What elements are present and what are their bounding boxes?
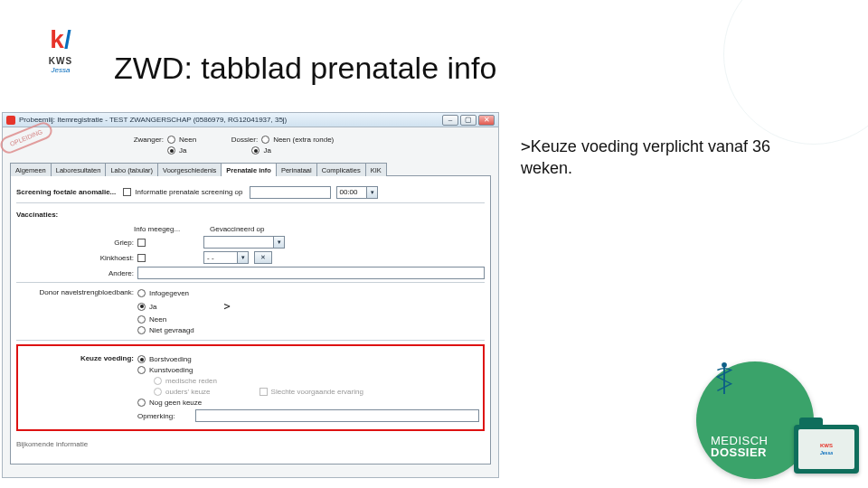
radio-voeding-borst[interactable] bbox=[137, 355, 146, 363]
option-zwanger-neen: Neen bbox=[179, 136, 196, 144]
label-dossier: Dossier: bbox=[212, 136, 258, 144]
label-donor: Donor navelstrengbloedbank: bbox=[16, 286, 134, 296]
tab-panel-prenatale: Screening foetale anomalie... Informatie… bbox=[10, 176, 491, 465]
option-voeding-choice: ouders' keuze bbox=[165, 388, 211, 396]
label-opmerking: Opmerking: bbox=[137, 412, 192, 420]
app-icon bbox=[6, 116, 15, 125]
label-bijkomende: Bijkomende informatie bbox=[16, 440, 88, 448]
label-screening-info: Informatie prenatale screening op bbox=[135, 188, 242, 196]
tab-complicaties[interactable]: Complicaties bbox=[316, 163, 366, 176]
radio-dossier-neen[interactable] bbox=[261, 136, 269, 144]
col-gevaccineerd-op: Gevaccineerd op bbox=[210, 225, 264, 233]
caduceus-icon bbox=[707, 361, 741, 396]
radio-dossier-ja[interactable] bbox=[251, 146, 259, 155]
tab-prenatale-info[interactable]: Prenatale info bbox=[221, 163, 277, 176]
option-voeding-borst: Borstvoeding bbox=[149, 355, 192, 363]
option-donor-ja: Ja bbox=[149, 303, 156, 311]
label-screening: Screening foetale anomalie... bbox=[16, 188, 116, 196]
option-donor-neen: Neen bbox=[149, 315, 166, 324]
tab-algemeen[interactable]: Algemeen bbox=[10, 163, 52, 176]
window-titlebar: Probeemlij: Itemregistratie - TEST ZWANG… bbox=[3, 113, 498, 127]
expand-icon[interactable]: > bbox=[223, 300, 230, 313]
radio-voeding-choice bbox=[154, 388, 162, 396]
button-kinkhoest-clear[interactable]: ✕ bbox=[254, 251, 272, 264]
col-info-meegeg: Info meegeg... bbox=[134, 225, 206, 233]
radio-donor-niet[interactable] bbox=[137, 326, 146, 334]
close-button[interactable]: ✕ bbox=[478, 115, 495, 126]
page-title: ZWD: tabblad prenatale info bbox=[114, 51, 496, 86]
minimize-button[interactable]: – bbox=[442, 115, 458, 126]
window-title: Probeemlij: Itemregistratie - TEST ZWANG… bbox=[19, 116, 439, 124]
radio-zwanger-ja[interactable] bbox=[167, 146, 175, 155]
input-andere[interactable] bbox=[137, 267, 485, 279]
app-window: Probeemlij: Itemregistratie - TEST ZWANG… bbox=[2, 112, 499, 478]
tab-labo-tabular[interactable]: Labo (tabular) bbox=[105, 163, 158, 176]
svg-point-1 bbox=[722, 362, 727, 368]
label-andere: Andere: bbox=[16, 269, 134, 277]
medisch-dossier-badge: MEDISCH DOSSIER KWS Jessa bbox=[696, 352, 859, 479]
combo-kinkhoest-date[interactable]: - -▾ bbox=[203, 251, 249, 264]
window-controls: – ▢ ✕ bbox=[442, 115, 495, 126]
clear-icon: ✕ bbox=[255, 252, 271, 263]
note-text: Keuze voeding verplicht vanaf 36 weken. bbox=[521, 137, 770, 177]
radio-donor-neen[interactable] bbox=[137, 315, 146, 324]
label-kinkhoest: Kinkhoest: bbox=[16, 254, 134, 262]
maximize-button[interactable]: ▢ bbox=[460, 115, 476, 126]
radio-zwanger-neen[interactable] bbox=[167, 136, 175, 144]
checkbox-kinkhoest-info[interactable] bbox=[137, 254, 146, 262]
label-slechte-ervaring: Slechte voorgaande ervaring bbox=[271, 388, 363, 396]
folder-mini-jessa: Jessa bbox=[820, 450, 833, 455]
logo-text: KWS bbox=[34, 56, 87, 66]
label-keuze-voeding: Keuze voeding: bbox=[22, 352, 134, 362]
badge-text: MEDISCH DOSSIER bbox=[711, 435, 768, 459]
option-donor-info: Infogegeven bbox=[149, 289, 189, 297]
folder-mini-kws: KWS bbox=[820, 443, 833, 448]
decorative-arc bbox=[723, 0, 868, 145]
label-zwanger: Zwanger: bbox=[109, 136, 164, 144]
tab-strip: Algemeen Laboresultaten Labo (tabular) V… bbox=[10, 162, 491, 176]
highlight-keuze-voeding: Keuze voeding: Borstvoeding Kunstvoeding… bbox=[16, 344, 485, 431]
tab-laboresultaten[interactable]: Laboresultaten bbox=[51, 163, 107, 176]
option-donor-niet: Niet gevraagd bbox=[149, 326, 194, 334]
tab-voorgeschiedenis[interactable]: Voorgeschiedenis bbox=[157, 163, 222, 176]
brand-logo: k/ KWS Jessa bbox=[34, 25, 87, 74]
logo-mark: k/ bbox=[34, 25, 87, 54]
option-voeding-med: medische reden bbox=[165, 377, 217, 385]
chevron-down-icon: ▾ bbox=[237, 252, 248, 263]
radio-donor-info[interactable] bbox=[137, 289, 146, 297]
checkbox-screening-info[interactable] bbox=[123, 188, 131, 196]
tab-perinataal[interactable]: Perinataal bbox=[276, 163, 317, 176]
tab-kik[interactable]: KIK bbox=[365, 163, 387, 176]
checkbox-griep-info[interactable] bbox=[137, 239, 146, 247]
form-area: Zwanger: Neen Dossier: Neen (extra ronde… bbox=[3, 127, 498, 465]
option-dossier-neen: Neen (extra ronde) bbox=[273, 136, 334, 144]
input-screening-date[interactable] bbox=[250, 186, 331, 199]
side-note: >Keuze voeding verplicht vanaf 36 weken. bbox=[521, 136, 819, 180]
radio-donor-ja[interactable] bbox=[137, 303, 146, 311]
option-voeding-noggeen: Nog geen keuze bbox=[149, 399, 202, 407]
option-zwanger-ja: Ja bbox=[179, 146, 186, 155]
chevron-down-icon: ▾ bbox=[273, 237, 284, 248]
option-voeding-kunst: Kunstvoeding bbox=[149, 366, 193, 374]
combo-griep-date[interactable]: ▾ bbox=[203, 236, 285, 249]
slide: k/ KWS Jessa ZWD: tabblad prenatale info… bbox=[0, 0, 868, 488]
label-griep: Griep: bbox=[16, 239, 134, 247]
radio-voeding-kunst[interactable] bbox=[137, 366, 146, 374]
radio-voeding-med bbox=[154, 377, 162, 385]
input-screening-time[interactable]: 00:00▾ bbox=[336, 186, 378, 199]
checkbox-slechte-ervaring bbox=[259, 388, 268, 396]
input-opmerking[interactable] bbox=[195, 409, 479, 422]
folder-icon: KWS Jessa bbox=[794, 425, 859, 474]
chevron-down-icon: ▾ bbox=[366, 187, 377, 198]
label-vaccinaties: Vaccinaties: bbox=[16, 211, 58, 219]
radio-voeding-noggeen[interactable] bbox=[137, 399, 146, 407]
note-arrow: > bbox=[521, 136, 531, 155]
logo-subtext: Jessa bbox=[34, 66, 87, 74]
option-dossier-ja: Ja bbox=[263, 146, 270, 155]
